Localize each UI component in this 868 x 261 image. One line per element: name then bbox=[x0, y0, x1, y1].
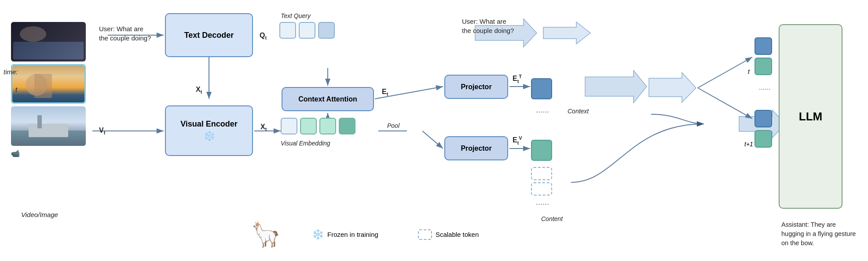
token-tq-1 bbox=[279, 22, 296, 39]
svg-line-19 bbox=[698, 88, 752, 119]
video-frame-img-3 bbox=[11, 106, 86, 146]
camera-icon: 📹 bbox=[11, 149, 86, 158]
snowflake-legend-icon: ❄️ bbox=[312, 229, 324, 240]
token-ve-2 bbox=[300, 118, 317, 134]
projector-bottom-box: Projector bbox=[444, 136, 508, 160]
dashed-box-legend-icon bbox=[418, 229, 432, 240]
xt-bottom-label: Xt bbox=[260, 123, 267, 132]
svg-line-10 bbox=[422, 131, 443, 149]
user-query-left: User: What are the couple doing? bbox=[99, 24, 151, 43]
et-label: Et bbox=[382, 88, 388, 97]
video-column: 📹 bbox=[11, 22, 86, 158]
scalable-token-1 bbox=[531, 167, 552, 180]
llm-token-t-blue bbox=[754, 37, 772, 55]
et-V-label: EtV bbox=[513, 135, 522, 145]
svg-line-18 bbox=[698, 57, 752, 88]
video-frame-2 bbox=[11, 64, 86, 104]
scalable-token-legend-label: Scalable token bbox=[436, 231, 479, 238]
token-tq-3 bbox=[318, 22, 335, 39]
video-frame-img-2 bbox=[12, 65, 84, 102]
llm-token-t1-mint bbox=[754, 130, 772, 148]
video-frame-3 bbox=[11, 106, 86, 146]
et-V-token bbox=[531, 140, 552, 161]
token-ve-1 bbox=[281, 118, 297, 134]
text-query-tokens bbox=[279, 22, 335, 39]
visual-embedding-label: Visual Embedding bbox=[281, 140, 330, 147]
text-query-label: Text Query bbox=[281, 12, 311, 19]
svg-marker-17 bbox=[649, 72, 696, 102]
scalable-tokens-group bbox=[531, 167, 552, 196]
user-query-right: User: What are the couple doing? bbox=[462, 17, 514, 35]
visual-embedding-tokens bbox=[281, 118, 355, 134]
token-ve-3 bbox=[319, 118, 336, 134]
token-tq-2 bbox=[299, 22, 315, 39]
video-frame-img-1 bbox=[11, 22, 86, 62]
vt-label: Vt bbox=[99, 127, 105, 135]
svg-marker-13 bbox=[585, 70, 647, 103]
llm-token-t-mint bbox=[754, 58, 772, 75]
svg-marker-16 bbox=[543, 22, 590, 44]
frozen-legend-item: ❄️ Frozen in training bbox=[312, 229, 378, 240]
t1-step-label: t+1 bbox=[744, 141, 753, 148]
assistant-response: Assistant: They are hugging in a flying … bbox=[781, 220, 858, 248]
llm-box: LLM bbox=[779, 24, 842, 209]
t-label: t bbox=[15, 86, 17, 93]
et-T-token bbox=[531, 78, 552, 99]
token-ve-4 bbox=[339, 118, 355, 134]
llm-input-t bbox=[754, 37, 772, 75]
t-step-label: t bbox=[748, 68, 750, 75]
llm-ellipsis-1: ...... bbox=[759, 83, 771, 91]
main-diagram: 📹 time: t Video/Image User: What are the… bbox=[0, 0, 868, 261]
video-image-label: Video/Image bbox=[21, 211, 58, 218]
video-frame-1 bbox=[11, 22, 86, 62]
ellipsis-bottom: ...... bbox=[536, 198, 549, 207]
legend: 🦙 ❄️ Frozen in training Scalable token bbox=[251, 220, 479, 249]
time-label: time: bbox=[4, 68, 18, 76]
frozen-legend-label: Frozen in training bbox=[327, 231, 378, 238]
llm-token-t1-blue bbox=[754, 110, 772, 127]
llama-icon: 🦙 bbox=[251, 220, 281, 249]
context-label: Context bbox=[568, 108, 589, 115]
pool-label: Pool bbox=[387, 122, 399, 129]
context-attention-box: Context Attention bbox=[282, 87, 374, 111]
llm-input-t1 bbox=[754, 110, 772, 148]
snowflake-on-encoder: ❄️ bbox=[180, 130, 238, 142]
scalable-token-2 bbox=[531, 182, 552, 196]
et-T-label: EtT bbox=[513, 74, 522, 84]
qt-label: Qt bbox=[260, 32, 267, 40]
scalable-token-legend-item: Scalable token bbox=[418, 229, 479, 240]
content-label: Content bbox=[541, 215, 563, 222]
xt-top-label: Xt bbox=[196, 86, 202, 94]
projector-top-box: Projector bbox=[444, 75, 508, 99]
text-decoder-box: Text Decoder bbox=[165, 13, 253, 57]
ellipsis-top: ...... bbox=[536, 105, 549, 115]
visual-encoder-box: Visual Encoder ❄️ bbox=[165, 105, 253, 156]
